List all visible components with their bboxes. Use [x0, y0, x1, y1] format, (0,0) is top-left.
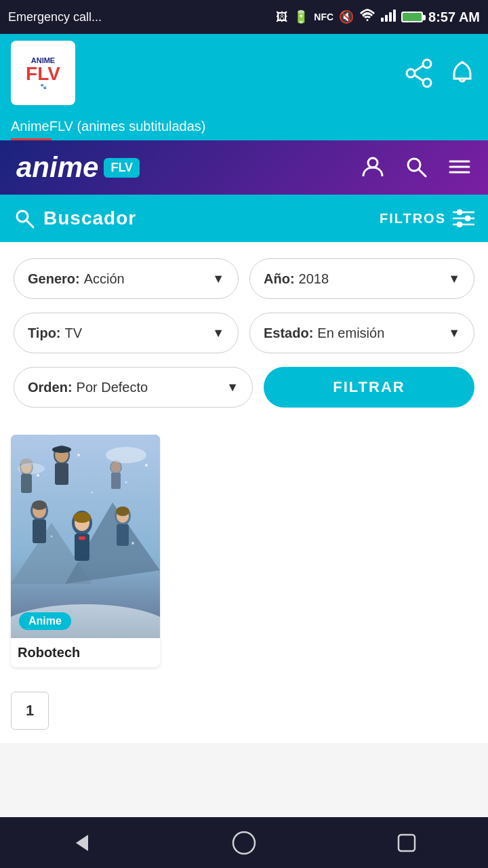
tab-bar: AnimeFLV (animes subtituladas)	[0, 112, 488, 140]
estado-value: En emisión	[317, 326, 448, 341]
svg-rect-0	[381, 18, 384, 22]
svg-rect-34	[33, 519, 46, 543]
genero-value: Acción	[84, 271, 212, 287]
anio-label: Año:	[264, 271, 295, 287]
svg-point-59	[51, 536, 53, 538]
estado-label: Estado:	[264, 326, 313, 341]
home-button[interactable]	[230, 829, 258, 856]
estado-select[interactable]: Estado: En emisión ▼	[249, 313, 474, 353]
svg-point-63	[233, 832, 255, 854]
svg-line-12	[419, 170, 426, 176]
filter-row-1: Genero: Acción ▼ Año: 2018 ▼	[14, 258, 474, 299]
search-icon	[14, 208, 35, 229]
filter-area: Genero: Acción ▼ Año: 2018 ▼ Tipo: TV ▼ …	[0, 242, 488, 424]
estado-chevron-icon: ▼	[448, 326, 460, 340]
anio-value: 2018	[299, 271, 449, 287]
back-button[interactable]	[68, 829, 95, 856]
menu-button[interactable]	[447, 155, 472, 181]
anime-grid: Anime Robotech	[11, 435, 477, 667]
svg-rect-38	[117, 524, 129, 546]
svg-marker-62	[76, 835, 88, 851]
filter-row-3: Orden: Por Defecto ▼ FILTRAR	[14, 367, 474, 408]
genero-select[interactable]: Genero: Acción ▼	[14, 258, 239, 299]
svg-rect-3	[393, 9, 396, 22]
tab-title: AnimeFLV (animes subtituladas)	[11, 112, 477, 138]
app-header: ANIME FLV 🐾	[0, 34, 488, 112]
filtrar-button[interactable]: FILTRAR	[264, 367, 474, 408]
svg-rect-51	[111, 473, 121, 489]
page-1-button[interactable]: 1	[11, 692, 49, 730]
bell-button[interactable]	[447, 58, 477, 88]
genero-label: Genero:	[28, 271, 80, 287]
svg-line-7	[415, 66, 423, 71]
search-bar: Buscador FILTROS	[0, 195, 488, 242]
photo-icon: 🖼	[276, 10, 288, 24]
tipo-label: Tipo:	[28, 326, 61, 341]
svg-point-4	[423, 60, 431, 68]
nfc-icon: NFC	[314, 12, 333, 22]
anio-chevron-icon: ▼	[448, 272, 460, 286]
svg-point-31	[73, 512, 91, 523]
anime-artwork	[11, 435, 160, 638]
svg-rect-64	[399, 835, 415, 851]
filtros-button[interactable]: FILTROS	[380, 209, 474, 228]
mute-icon: 🔇	[339, 9, 354, 24]
svg-point-52	[111, 462, 121, 473]
search-title: Buscador	[43, 208, 136, 229]
svg-rect-1	[385, 15, 388, 22]
nav-logo-anime-text: anime	[16, 151, 98, 184]
wifi-icon	[359, 9, 375, 26]
time-display: 8:57 AM	[428, 9, 480, 25]
search-bar-left: Buscador	[14, 208, 136, 229]
svg-line-8	[415, 75, 423, 81]
orden-value: Por Defecto	[77, 380, 227, 395]
battery-charging-icon: 🔋	[293, 9, 308, 24]
svg-point-53	[106, 447, 146, 463]
signal-icon	[381, 9, 396, 25]
filtros-label: FILTROS	[380, 211, 446, 226]
home-icon	[230, 829, 258, 856]
svg-point-55	[37, 474, 39, 477]
square-icon	[393, 829, 420, 856]
share-button[interactable]	[404, 58, 434, 88]
anime-card-title: Robotech	[11, 638, 160, 667]
svg-rect-49	[55, 448, 68, 452]
content-area: Anime Robotech	[0, 424, 488, 678]
tipo-select[interactable]: Tipo: TV ▼	[14, 313, 239, 353]
svg-point-56	[77, 454, 80, 456]
svg-point-6	[423, 79, 431, 87]
svg-line-17	[26, 220, 33, 227]
nav-logo-flv-badge: FLV	[104, 158, 140, 178]
svg-point-40	[116, 507, 129, 516]
search-button[interactable]	[404, 155, 428, 181]
logo-container: ANIME FLV 🐾	[11, 41, 75, 105]
recents-button[interactable]	[393, 829, 420, 856]
bottom-nav	[0, 817, 488, 868]
status-bar: Emergency call... 🖼 🔋 NFC 🔇 8:57 AM	[0, 0, 488, 34]
svg-point-58	[145, 464, 148, 467]
back-icon	[68, 829, 95, 856]
anime-card[interactable]: Anime Robotech	[11, 435, 160, 667]
status-icons: 🖼 🔋 NFC 🔇 8:57 AM	[276, 9, 480, 26]
nav-header: anime FLV	[0, 140, 488, 195]
header-icons	[404, 58, 477, 88]
filter-row-2: Tipo: TV ▼ Estado: En emisión ▼	[14, 313, 474, 353]
svg-point-60	[131, 542, 134, 545]
svg-rect-2	[389, 12, 392, 22]
anio-select[interactable]: Año: 2018 ▼	[249, 258, 474, 299]
battery-icon	[401, 12, 423, 22]
pagination: 1	[0, 678, 488, 743]
orden-label: Orden:	[28, 380, 73, 395]
svg-point-54	[18, 463, 45, 474]
tipo-value: TV	[65, 326, 213, 341]
svg-point-36	[32, 500, 47, 510]
svg-rect-32	[79, 536, 85, 540]
svg-point-5	[407, 69, 415, 77]
user-button[interactable]	[361, 155, 385, 181]
orden-select[interactable]: Orden: Por Defecto ▼	[14, 367, 253, 408]
svg-rect-42	[21, 474, 32, 493]
svg-point-10	[368, 158, 378, 167]
svg-point-21	[465, 216, 470, 221]
svg-point-23	[457, 222, 462, 227]
svg-rect-46	[55, 463, 68, 485]
